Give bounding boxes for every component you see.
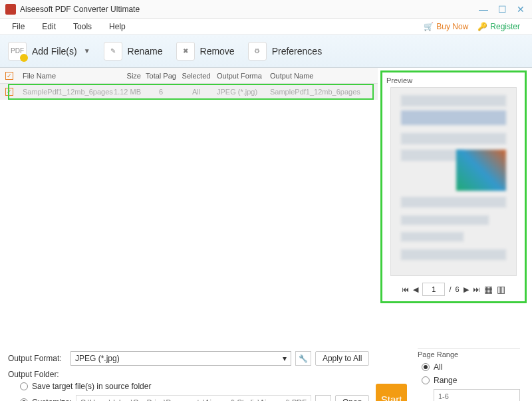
radio-save-source[interactable] <box>20 382 28 390</box>
header-check[interactable]: ✓ <box>0 72 19 80</box>
rename-icon: ✎ <box>104 42 122 61</box>
key-icon: 🔑 <box>477 22 487 31</box>
preview-navigation: ⏮ ◀ / 6 ▶ ⏭ ▦ ▥ <box>386 280 521 299</box>
output-format-select[interactable]: JPEG (*.jpg) ▾ <box>70 351 291 366</box>
chevron-down-icon: ▼ <box>84 47 90 55</box>
apply-to-all-button[interactable]: Apply to All <box>315 351 369 366</box>
next-page-icon[interactable]: ▶ <box>464 285 469 294</box>
header-total-pages[interactable]: Total Pag <box>144 72 178 80</box>
output-format-label: Output Format: <box>8 354 66 363</box>
radio-range-pages[interactable] <box>422 376 430 384</box>
main-toolbar: PDF Add File(s) ▼ ✎ Rename ✖ Remove ⚙ Pr… <box>0 35 532 68</box>
total-pages: 6 <box>455 285 459 293</box>
header-selected[interactable]: Selected <box>178 72 214 80</box>
last-page-icon[interactable]: ⏭ <box>473 285 480 293</box>
preview-label: Preview <box>386 76 521 84</box>
first-page-icon[interactable]: ⏮ <box>402 285 409 293</box>
register-link[interactable]: 🔑 Register <box>477 22 520 31</box>
all-pages-label: All <box>434 362 442 372</box>
cell-total-pages: 6 <box>144 88 178 96</box>
menu-file[interactable]: File <box>12 22 25 31</box>
preferences-button[interactable]: ⚙ Preferences <box>248 42 322 61</box>
bottom-area: Output Format: JPEG (*.jpg) ▾ 🔧 Apply to… <box>0 346 532 401</box>
page-range-label: Page Range <box>418 348 520 358</box>
preview-box: Preview ⏮ ◀ / 6 ▶ ⏭ ▦ ▥ <box>380 70 527 303</box>
grid-header: ✓ File Name Size Total Pag Selected Outp… <box>0 68 378 84</box>
remove-icon: ✖ <box>176 42 195 61</box>
start-button[interactable]: Start <box>376 384 407 401</box>
radio-all-pages[interactable] <box>422 363 430 371</box>
browse-button[interactable]: ••• <box>315 395 331 401</box>
buy-now-link[interactable]: 🛒 Buy Now <box>424 22 468 31</box>
customize-label: Customize: <box>32 398 72 401</box>
cell-file-name: SamplePdf1_12mb_6pages <box>19 88 110 96</box>
page-sep: / <box>449 285 451 293</box>
app-icon <box>5 4 16 15</box>
page-add-icon[interactable]: ▥ <box>497 284 505 295</box>
add-files-button[interactable]: PDF Add File(s) ▼ <box>8 42 90 61</box>
pdf-plus-icon: PDF <box>8 42 27 61</box>
menu-tools[interactable]: Tools <box>73 22 92 31</box>
current-page-input[interactable] <box>422 283 445 296</box>
save-source-label: Save target file(s) in source folder <box>32 382 151 391</box>
range-input[interactable] <box>434 389 520 401</box>
window-controls: — ☐ ✕ <box>477 3 527 15</box>
output-settings: Output Format: JPEG (*.jpg) ▾ 🔧 Apply to… <box>8 351 369 401</box>
content-area: ✓ File Name Size Total Pag Selected Outp… <box>0 68 532 346</box>
cell-selected: All <box>178 88 214 96</box>
buy-now-label: Buy Now <box>436 22 468 31</box>
file-list-panel: ✓ File Name Size Total Pag Selected Outp… <box>0 68 378 346</box>
menu-bar: File Edit Tools Help 🛒 Buy Now 🔑 Registe… <box>0 19 532 35</box>
preferences-icon: ⚙ <box>248 42 267 61</box>
close-button[interactable]: ✕ <box>515 3 527 15</box>
row-checkbox[interactable]: ✓ <box>5 88 13 96</box>
cell-output-name: SamplePdf1_12mb_6pages <box>267 88 378 96</box>
minimize-button[interactable]: — <box>477 3 489 15</box>
settings-wrench-button[interactable]: 🔧 <box>295 351 311 366</box>
grid-body: ✓ SamplePdf1_12mb_6pages 1.12 MB 6 All J… <box>0 84 378 346</box>
preferences-label: Preferences <box>272 46 322 57</box>
range-pages-label: Range <box>434 376 457 385</box>
customize-path-field[interactable]: C:\Users\dekug\OneDrive\Documents\Aisees… <box>76 395 311 401</box>
prev-page-icon[interactable]: ◀ <box>413 285 418 294</box>
page-range-panel: Page Range All Range Pages: e.g.(1,3,6,8… <box>414 351 524 401</box>
cell-size: 1.12 MB <box>110 88 144 96</box>
header-size[interactable]: Size <box>110 72 144 80</box>
register-label: Register <box>490 22 520 31</box>
title-bar: Aiseesoft PDF Converter Ultimate — ☐ ✕ <box>0 0 532 19</box>
menu-edit[interactable]: Edit <box>42 22 56 31</box>
rename-label: Rename <box>128 46 163 57</box>
wrench-icon: 🔧 <box>299 354 308 363</box>
window-title: Aiseesoft PDF Converter Ultimate <box>20 5 140 14</box>
open-button[interactable]: Open <box>335 395 369 401</box>
header-output-name[interactable]: Output Name <box>267 72 378 80</box>
header-file-name[interactable]: File Name <box>19 72 110 80</box>
cell-output-format: JPEG (*.jpg) <box>214 88 267 96</box>
remove-label: Remove <box>200 46 235 57</box>
preview-image <box>390 87 517 276</box>
chevron-down-icon: ▾ <box>283 354 287 363</box>
ellipsis-icon: ••• <box>319 398 327 401</box>
output-format-value: JPEG (*.jpg) <box>75 354 120 363</box>
preview-panel: Preview ⏮ ◀ / 6 ▶ ⏭ ▦ ▥ <box>378 68 532 346</box>
checkbox-icon: ✓ <box>5 72 13 80</box>
cart-icon: 🛒 <box>424 22 434 31</box>
remove-button[interactable]: ✖ Remove <box>176 42 235 61</box>
table-row[interactable]: ✓ SamplePdf1_12mb_6pages 1.12 MB 6 All J… <box>0 84 378 100</box>
maximize-button[interactable]: ☐ <box>496 3 508 15</box>
add-files-label: Add File(s) <box>32 46 77 57</box>
rename-button[interactable]: ✎ Rename <box>104 42 163 61</box>
header-output-format[interactable]: Output Forma <box>214 72 267 80</box>
page-view-icon[interactable]: ▦ <box>484 284 493 295</box>
radio-customize[interactable] <box>20 398 28 401</box>
menu-help[interactable]: Help <box>109 22 126 31</box>
output-folder-label: Output Folder: <box>8 370 369 379</box>
